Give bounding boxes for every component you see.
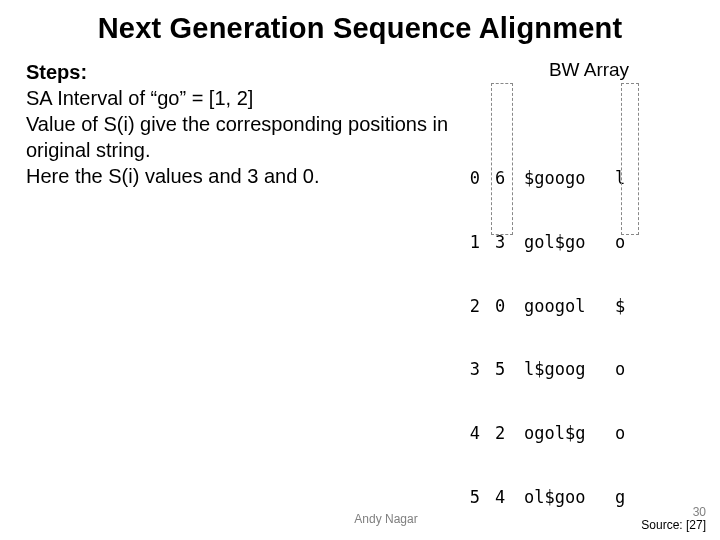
- bw-array-label: BW Array: [484, 59, 694, 81]
- steps-block: Steps: SA Interval of “go” = [1, 2] Valu…: [26, 59, 464, 189]
- source-ref: Source: [27]: [641, 518, 706, 532]
- slide-title: Next Generation Sequence Alignment: [26, 12, 694, 45]
- table-row: 20googol$: [464, 296, 694, 317]
- bw-array-block: BW Array 06$googol 13gol$goo 20googol$ 3…: [464, 59, 694, 540]
- table-row: 35l$googo: [464, 359, 694, 380]
- steps-label: Steps:: [26, 61, 87, 83]
- dashed-box-s-col: [491, 83, 513, 235]
- table-row: 42ogol$go: [464, 423, 694, 444]
- steps-line1: SA Interval of “go” = [1, 2]: [26, 87, 253, 109]
- steps-line2: Value of S(i) give the corresponding pos…: [26, 113, 448, 161]
- steps-line3: Here the S(i) values and 3 and 0.: [26, 165, 320, 187]
- bw-table: 06$googol 13gol$goo 20googol$ 35l$googo …: [464, 83, 694, 540]
- page-number: 30: [693, 505, 706, 519]
- table-row: 13gol$goo: [464, 232, 694, 253]
- table-row: 06$googol: [464, 168, 694, 189]
- footer-author: Andy Nagar: [26, 512, 720, 526]
- dashed-box-b-col: [621, 83, 639, 235]
- footer-right: 30 Source: [27]: [641, 506, 706, 532]
